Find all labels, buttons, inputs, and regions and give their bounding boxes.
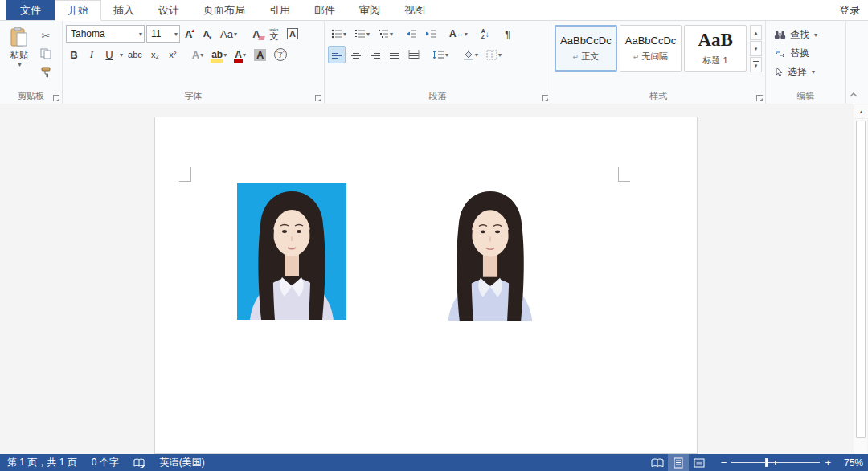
zoom-in-button[interactable]: + — [825, 457, 831, 469]
word-count-indicator[interactable]: 0 个字 — [84, 454, 126, 471]
clear-formatting-button[interactable]: A — [248, 25, 264, 43]
paste-button[interactable]: 粘贴 ▾ — [3, 25, 35, 89]
character-shading-button[interactable]: A — [251, 46, 269, 63]
vertical-scrollbar[interactable]: ▴ — [854, 104, 867, 454]
italic-button[interactable]: I — [84, 46, 100, 63]
styles-scroll-up-button[interactable]: ▴ — [750, 25, 762, 40]
ribbon-tab-bar: 文件 开始 插入 设计 页面布局 引用 邮件 审阅 视图 登录 — [0, 0, 868, 21]
enclose-characters-button[interactable]: 字 — [271, 46, 290, 63]
style-preview: AaBbCcDc — [625, 35, 677, 47]
sign-in-button[interactable]: 登录 — [839, 0, 860, 21]
align-center-button[interactable] — [347, 46, 365, 63]
group-clipboard: 粘贴 ▾ ✂ — [0, 21, 63, 104]
read-mode-button[interactable] — [647, 454, 668, 471]
change-case-button[interactable]: Aa ▾ — [217, 25, 240, 43]
format-painter-button[interactable] — [37, 64, 55, 80]
tab-insert[interactable]: 插入 — [101, 0, 146, 20]
tab-home[interactable]: 开始 — [55, 0, 101, 21]
zoom-out-button[interactable]: − — [721, 457, 727, 469]
enclose-characters-icon: 字 — [274, 48, 287, 61]
multilevel-list-button[interactable]: ▾ — [375, 25, 396, 43]
tab-review[interactable]: 审阅 — [347, 0, 392, 20]
word-count-label: 0 个字 — [92, 456, 119, 469]
proofing-status[interactable] — [126, 454, 153, 471]
font-name-combo[interactable]: Tahoma ▾ — [66, 25, 145, 43]
text-effects-icon: A — [192, 49, 199, 61]
font-dialog-launcher[interactable] — [315, 95, 321, 101]
document-page[interactable] — [154, 117, 698, 454]
font-group-label: 字体 — [63, 90, 324, 102]
numbering-button[interactable]: ▾ — [351, 25, 373, 43]
return-mark-icon: ↵ — [633, 53, 640, 61]
style-no-spacing[interactable]: AaBbCcDc ↵ 无间隔 — [620, 25, 682, 72]
numbered-list-icon — [354, 29, 366, 39]
character-border-button[interactable]: A — [284, 25, 301, 43]
paragraph-dialog-launcher[interactable] — [542, 95, 548, 101]
style-name: ↵ 正文 — [573, 51, 600, 63]
grow-font-button[interactable]: A ▴ — [182, 25, 198, 43]
web-layout-button[interactable] — [689, 454, 710, 471]
select-button[interactable]: 选择 ▾ — [774, 63, 842, 80]
align-right-button[interactable] — [366, 46, 384, 63]
dropdown-icon[interactable]: ▾ — [120, 51, 123, 59]
highlight-color-button[interactable]: ab ▾ — [208, 46, 230, 63]
line-spacing-icon — [433, 50, 444, 59]
distribute-button[interactable] — [405, 46, 423, 63]
justify-button[interactable] — [386, 46, 403, 63]
print-layout-button[interactable] — [668, 454, 689, 471]
show-hide-marks-button[interactable]: ¶ — [500, 25, 516, 43]
styles-scroll-down-button[interactable]: ▾ — [750, 41, 762, 56]
decrease-indent-button[interactable] — [403, 25, 420, 43]
borders-button[interactable]: ▾ — [483, 46, 505, 63]
bold-button[interactable]: B — [66, 46, 82, 63]
subscript-icon: x₂ — [151, 50, 159, 59]
id-photo-blue-background[interactable] — [237, 183, 346, 320]
zoom-slider-thumb[interactable] — [765, 458, 768, 467]
distribute-icon — [408, 50, 420, 59]
id-photo-white-background[interactable] — [425, 183, 555, 321]
find-button[interactable]: 查找 ▾ — [774, 27, 842, 43]
sort-button[interactable]: A Z ↓ — [477, 25, 493, 43]
shading-button[interactable]: ▾ — [459, 46, 481, 63]
tab-mailings[interactable]: 邮件 — [302, 0, 347, 20]
line-spacing-button[interactable]: ▾ — [430, 46, 452, 63]
font-size-combo[interactable]: 11 ▾ — [146, 25, 180, 43]
style-heading-1[interactable]: AaB 标题 1 — [684, 25, 747, 72]
styles-dialog-launcher[interactable] — [756, 95, 763, 101]
zoom-slider-center-tick — [775, 461, 776, 465]
dropdown-icon: ▾ — [475, 51, 478, 59]
collapse-ribbon-button[interactable] — [847, 89, 860, 100]
tab-references[interactable]: 引用 — [257, 0, 302, 20]
superscript-button[interactable]: x² — [165, 46, 181, 63]
font-color-button[interactable]: A ▾ — [231, 46, 249, 63]
tab-design[interactable]: 设计 — [146, 0, 191, 20]
increase-indent-button[interactable] — [422, 25, 440, 43]
scrollbar-thumb[interactable] — [856, 121, 866, 438]
page-number-indicator[interactable]: 第 1 页，共 1 页 — [0, 454, 84, 471]
cut-button[interactable]: ✂ — [37, 27, 55, 43]
zoom-slider-track — [731, 462, 820, 463]
replace-button[interactable]: 替换 — [774, 45, 842, 62]
asian-layout-button[interactable]: A ↔ ▾ — [446, 25, 471, 43]
shrink-font-button[interactable]: A ▾ — [199, 25, 215, 43]
tab-page-layout[interactable]: 页面布局 — [191, 0, 257, 20]
underline-button[interactable]: U — [101, 46, 117, 63]
align-left-button[interactable] — [328, 46, 346, 63]
copy-button[interactable] — [37, 46, 55, 62]
strikethrough-button[interactable]: abc — [125, 46, 145, 63]
bullets-button[interactable]: ▾ — [328, 25, 350, 43]
tab-file[interactable]: 文件 — [6, 0, 55, 20]
styles-more-button[interactable]: ▾ — [750, 57, 762, 72]
text-effects-button[interactable]: A ▾ — [189, 46, 207, 63]
phonetic-guide-button[interactable]: wén 文 — [266, 25, 282, 43]
zoom-slider[interactable] — [731, 454, 820, 471]
scroll-up-button[interactable]: ▴ — [854, 104, 868, 119]
document-workspace: ▴ — [0, 104, 868, 454]
clipboard-dialog-launcher[interactable] — [53, 95, 59, 101]
tab-view[interactable]: 视图 — [392, 0, 437, 20]
style-normal[interactable]: AaBbCcDc ↵ 正文 — [555, 25, 617, 72]
language-indicator[interactable]: 英语(美国) — [153, 454, 212, 471]
print-layout-icon — [674, 457, 683, 469]
subscript-button[interactable]: x₂ — [147, 46, 163, 63]
zoom-level-label[interactable]: 75% — [836, 457, 863, 469]
